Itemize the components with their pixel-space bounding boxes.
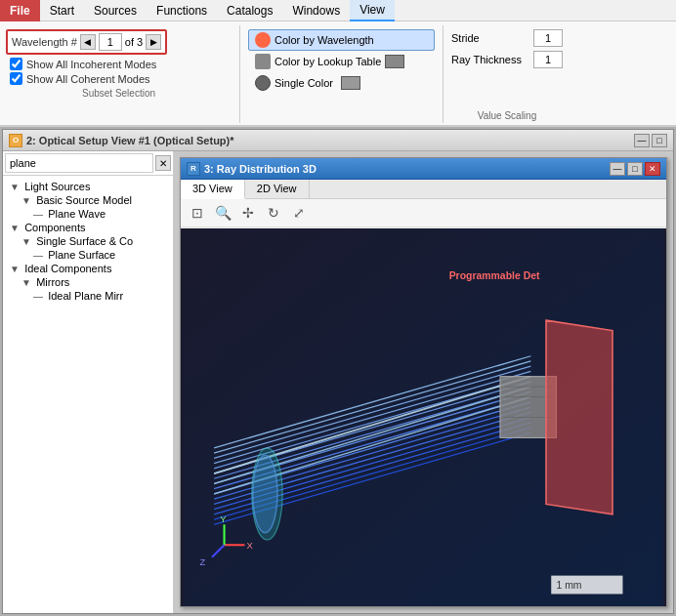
zoom-region-button[interactable]: ⊡	[187, 202, 208, 224]
lookup-swatch	[385, 55, 404, 68]
sidebar: ✕ ▼ Light Sources ▼ Basic Source Model	[3, 151, 174, 613]
stride-label: Stride	[451, 32, 529, 44]
color-by-lookup-label: Color by Lookup Table	[275, 56, 381, 67]
stride-input[interactable]	[533, 29, 563, 47]
tree-components-label: Components	[24, 222, 85, 233]
tree-single-surface-label: Single Surface & Co	[36, 235, 133, 247]
wavelength-prev[interactable]: ◀	[80, 34, 96, 50]
scale-bar: 1 mm	[551, 576, 622, 595]
color-options-section: Color by Wavelength Color by Lookup Tabl…	[248, 25, 444, 123]
menu-sources[interactable]: Sources	[84, 0, 147, 21]
menu-bar: File Start Sources Functions Catalogs Wi…	[0, 0, 676, 21]
outer-window-content: ✕ ▼ Light Sources ▼ Basic Source Model	[3, 151, 673, 613]
coherent-modes-label: Show All Coherent Modes	[26, 73, 150, 85]
expand-basic-source[interactable]: ▼	[21, 195, 33, 206]
menu-file[interactable]: File	[0, 0, 40, 21]
incoherent-modes-checkbox[interactable]	[10, 58, 22, 70]
tree-mirrors[interactable]: ▼ Mirrors	[3, 275, 173, 289]
svg-text:Z: Z	[199, 556, 205, 567]
single-color-swatch	[341, 76, 360, 90]
menu-start[interactable]: Start	[40, 0, 84, 21]
svg-text:X: X	[247, 540, 254, 551]
single-color-option[interactable]: Single Color	[248, 72, 435, 94]
tree-ideal-components[interactable]: ▼ Ideal Components	[3, 262, 173, 275]
tree-light-sources[interactable]: ▼ Light Sources	[3, 180, 173, 193]
ray-thickness-label: Ray Thickness	[451, 54, 529, 65]
camera-icon-2	[255, 54, 271, 69]
optical-setup-titlebar: O 2: Optical Setup View #1 (Optical Setu…	[3, 130, 673, 151]
sidebar-clear-button[interactable]: ✕	[155, 155, 171, 171]
wavelength-control: Wavelength # ◀ of 3 ▶	[6, 29, 167, 55]
tree-mirrors-label: Mirrors	[36, 276, 69, 288]
search-input[interactable]	[5, 153, 153, 173]
fit-button[interactable]: ⤢	[288, 202, 310, 224]
color-by-lookup-option[interactable]: Color by Lookup Table	[248, 51, 435, 72]
tree-basic-source-model[interactable]: ▼ Basic Source Model	[3, 193, 173, 207]
ray-dist-close[interactable]: ✕	[645, 162, 660, 176]
expand-light-sources[interactable]: ▼	[10, 182, 21, 192]
wavelength-input[interactable]	[99, 33, 122, 51]
detector-surface	[546, 320, 613, 514]
ray-dist-maximize[interactable]: □	[627, 162, 643, 176]
wavelength-label: Wavelength #	[12, 36, 77, 48]
ray-thickness-input[interactable]	[533, 51, 563, 68]
color-by-wavelength-label: Color by Wavelength	[275, 34, 374, 46]
ray-dist-win-buttons: — □ ✕	[610, 162, 660, 176]
optical-setup-title: 2: Optical Setup View #1 (Optical Setup)…	[26, 135, 234, 146]
ray-distribution-window: R 3: Ray Distribution 3D — □ ✕ 3D Vie	[180, 157, 667, 607]
svg-text:1 mm: 1 mm	[556, 580, 581, 591]
optical-setup-minimize[interactable]: —	[634, 134, 650, 147]
detector-text: Programmable Det	[449, 270, 540, 281]
wavelength-total: 3	[137, 36, 143, 48]
tree-plane-surface[interactable]: — Plane Surface	[3, 248, 173, 262]
tree-ideal-plane-mirror[interactable]: — Ideal Plane Mirr	[3, 289, 173, 303]
svg-text:Y: Y	[220, 513, 227, 524]
tree-single-surface[interactable]: ▼ Single Surface & Co	[3, 234, 173, 248]
tab-3d-view[interactable]: 3D View	[181, 180, 245, 199]
right-content: R 3: Ray Distribution 3D — □ ✕ 3D Vie	[174, 151, 673, 613]
sidebar-tree: ▼ Light Sources ▼ Basic Source Model — P…	[3, 176, 173, 613]
tree-ideal-plane-mirror-label: Ideal Plane Mirr	[48, 290, 123, 302]
tree-ideal-components-label: Ideal Components	[24, 263, 111, 274]
subset-selection-section: Wavelength # ◀ of 3 ▶ Show All Incoheren…	[6, 25, 240, 123]
subset-selection-title: Subset Selection	[6, 88, 232, 99]
expand-ideal-components[interactable]: ▼	[10, 264, 21, 274]
sidebar-search-bar: ✕	[3, 151, 173, 176]
circle-icon	[255, 75, 271, 91]
viewport: X Y Z 1 mm Programmable	[181, 228, 666, 606]
wavelength-of: of	[125, 36, 134, 48]
ray-dist-icon: R	[187, 162, 200, 176]
camera-icon-1	[255, 32, 271, 48]
coherent-modes-checkbox[interactable]	[10, 72, 22, 85]
menu-catalogs[interactable]: Catalogs	[217, 0, 282, 21]
tree-plane-surface-label: Plane Surface	[48, 249, 115, 261]
tree-plane-wave[interactable]: — Plane Wave	[3, 207, 173, 221]
menu-functions[interactable]: Functions	[147, 0, 217, 21]
3d-scene-svg: X Y Z 1 mm Programmable	[181, 228, 666, 606]
expand-single-surface[interactable]: ▼	[21, 236, 33, 247]
wavelength-next[interactable]: ▶	[146, 34, 161, 50]
value-scaling-section: Stride Ray Thickness Value Scaling	[451, 25, 570, 123]
color-by-wavelength-option[interactable]: Color by Wavelength	[248, 29, 435, 51]
optical-setup-maximize[interactable]: □	[652, 134, 667, 147]
optical-setup-icon: O	[9, 134, 22, 147]
view-tabs: 3D View 2D View	[181, 180, 666, 199]
tree-plane-wave-label: Plane Wave	[48, 208, 106, 220]
menu-view[interactable]: View	[350, 0, 395, 21]
ray-thickness-row: Ray Thickness	[451, 51, 563, 68]
incoherent-modes-row: Show All Incoherent Modes	[10, 58, 232, 70]
ray-dist-minimize[interactable]: —	[610, 162, 625, 176]
stride-row: Stride	[451, 29, 563, 47]
menu-windows[interactable]: Windows	[282, 0, 350, 21]
rotate-button[interactable]: ↻	[263, 202, 284, 224]
tree-components[interactable]: ▼ Components	[3, 221, 173, 234]
expand-mirrors[interactable]: ▼	[21, 277, 33, 288]
zoom-in-button[interactable]: 🔍	[212, 202, 233, 224]
incoherent-modes-label: Show All Incoherent Modes	[26, 59, 156, 70]
tree-basic-source-label: Basic Source Model	[36, 194, 132, 206]
ribbon: Wavelength # ◀ of 3 ▶ Show All Incoheren…	[0, 21, 676, 127]
expand-components[interactable]: ▼	[10, 223, 21, 233]
pan-button[interactable]: ✢	[237, 202, 259, 224]
tab-2d-view[interactable]: 2D View	[245, 180, 310, 198]
tree-light-sources-label: Light Sources	[24, 181, 90, 192]
